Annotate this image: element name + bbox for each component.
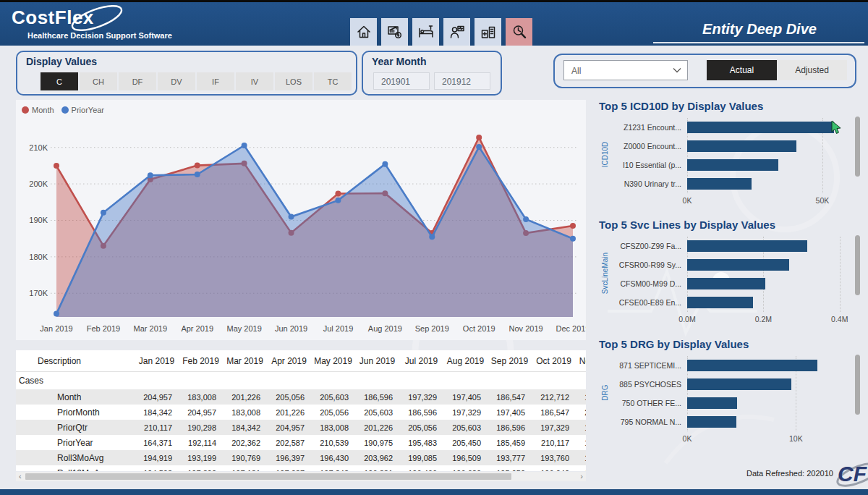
- deep-dive-search-icon[interactable]: [506, 18, 532, 46]
- top5-icd10d-chart: Z1231 Encount...Z0000 Encount...I10 Esse…: [595, 115, 862, 206]
- bar-4[interactable]: [687, 416, 736, 428]
- display-values-slicer: Display Values CCHDFDVIFIVLOSTC: [16, 51, 357, 96]
- display-value-button-if[interactable]: IF: [197, 72, 234, 90]
- bar-category-label: 750 OTHER FE...: [606, 397, 681, 409]
- home-icon[interactable]: [350, 18, 377, 46]
- scroll-right-arrow[interactable]: ›: [580, 472, 583, 481]
- page-title-underline: [653, 42, 864, 43]
- top5-drg-chart: 871 SEPTICEMI...885 PSYCHOSES750 OTHER F…: [595, 353, 862, 446]
- bar-category-label: 795 NORMAL N...: [606, 416, 681, 428]
- app-header: CostFlex Healthcare Decision Support Sof…: [0, 2, 868, 46]
- scenario-adjusted-button[interactable]: Adjusted: [777, 60, 847, 80]
- cell: 197,329: [399, 389, 443, 405]
- display-value-button-c[interactable]: C: [41, 72, 78, 90]
- display-value-button-ch[interactable]: CH: [80, 72, 117, 90]
- legend-item-month[interactable]: Month: [22, 106, 54, 114]
- cell: 183,008: [223, 405, 267, 420]
- mouse-cursor: [829, 120, 843, 136]
- top5-svclines-title: Top 5 Svc Lines by Display Values: [595, 219, 862, 231]
- svg-text:Oct 2019: Oct 2019: [463, 324, 495, 333]
- bar-category-label: N390 Urinary tr...: [606, 178, 681, 190]
- table-horizontal-scrollbar[interactable]: ‹ ›: [16, 472, 586, 481]
- bar-1[interactable]: [687, 122, 834, 133]
- cell: 212,712: [576, 405, 586, 420]
- inpatient-icon[interactable]: [412, 18, 439, 46]
- top5-drg-title: Top 5 DRG by Display Values: [595, 338, 862, 350]
- table-row-prioryear: PriorYear164,371192,114202,362202,587210…: [16, 435, 586, 450]
- cell: [576, 372, 586, 390]
- cell: 186,547: [488, 389, 532, 405]
- x-axis-tick: 0.4M: [831, 315, 848, 323]
- display-value-button-iv[interactable]: IV: [236, 72, 273, 90]
- year-month-slicer: Year Month 201901 201912: [362, 51, 502, 96]
- display-values-buttons: CCHDFDVIFIVLOSTC: [41, 72, 352, 90]
- scroll-left-arrow[interactable]: ‹: [19, 472, 22, 481]
- provider-review-icon[interactable]: [443, 18, 470, 46]
- card-vertical-scrollbar[interactable]: [855, 235, 860, 295]
- cell: 204,957: [135, 389, 179, 405]
- scrollbar-thumb[interactable]: [25, 473, 511, 480]
- entity-dropdown[interactable]: All: [563, 60, 688, 80]
- bar-3[interactable]: [687, 278, 765, 289]
- display-values-label: Display Values: [26, 56, 97, 67]
- cell: 212,712: [532, 389, 576, 405]
- cell: [488, 372, 532, 390]
- x-axis-tick: 0.2M: [755, 315, 772, 323]
- scenario-actual-button[interactable]: Actual: [707, 60, 777, 80]
- bar-2[interactable]: [687, 259, 789, 271]
- year-month-from-input[interactable]: 201901: [373, 72, 430, 90]
- cell: 199,085: [399, 450, 443, 465]
- svg-text:Feb 2019: Feb 2019: [87, 324, 120, 333]
- cell: 196,466: [399, 465, 443, 471]
- display-value-button-df[interactable]: DF: [119, 72, 156, 90]
- display-value-button-dv[interactable]: DV: [158, 72, 195, 90]
- cell: 203,962: [355, 450, 399, 465]
- legend-item-prioryear[interactable]: PriorYear: [61, 106, 104, 114]
- x-axis-tick: 0K: [683, 196, 692, 205]
- table-row-priorqtr: PriorQtr210,117190,298184,342204,957183,…: [16, 420, 586, 435]
- x-axis-tick: 10K: [789, 434, 803, 443]
- bar-axis-title: ICD10D: [601, 117, 609, 192]
- cell: 197,405: [488, 405, 532, 420]
- cell: 204,957: [267, 420, 311, 435]
- card-vertical-scrollbar[interactable]: [855, 355, 860, 415]
- bar-2[interactable]: [687, 140, 796, 152]
- cell: 201,226: [355, 420, 399, 435]
- svg-text:Mar 2019: Mar 2019: [134, 324, 167, 333]
- bar-1[interactable]: [687, 360, 817, 371]
- card-vertical-scrollbar[interactable]: [855, 117, 860, 177]
- cell: [532, 372, 576, 390]
- entity-dropdown-value: All: [571, 66, 581, 76]
- cell: 184,342: [223, 420, 267, 435]
- trend-chart-panel: MonthPriorYear 170K180K190K200K210KJan 2…: [16, 100, 586, 340]
- table-header-month: Oct 2019: [532, 350, 576, 372]
- cell: 195,950: [488, 465, 532, 471]
- cell: 205,056: [399, 420, 443, 435]
- cell: 197,890: [179, 465, 223, 471]
- svg-text:Dec 2019: Dec 2019: [556, 324, 586, 333]
- bar-1[interactable]: [687, 240, 807, 252]
- svg-text:200K: 200K: [29, 179, 48, 188]
- bar-category-label: I10 Essential (p...: [606, 159, 681, 171]
- display-value-button-los[interactable]: LOS: [275, 72, 312, 90]
- bar-2[interactable]: [687, 378, 791, 390]
- table-header-month: Jun 2019: [355, 350, 399, 372]
- facility-icon[interactable]: [475, 18, 501, 46]
- cost-analytics-icon[interactable]: [381, 18, 408, 46]
- bar-3[interactable]: [687, 159, 778, 171]
- bar-category-label: 885 PSYCHOSES: [606, 378, 681, 390]
- cell: 197,131: [223, 465, 267, 471]
- cases-trend-line-chart[interactable]: 170K180K190K200K210KJan 2019Feb 2019Mar …: [16, 120, 586, 340]
- top5-drg-card: Top 5 DRG by Display Values 871 SEPTICEM…: [595, 338, 862, 451]
- cell: 196,257: [576, 465, 586, 471]
- display-value-button-tc[interactable]: TC: [314, 72, 352, 90]
- cell: [135, 372, 179, 390]
- bar-3[interactable]: [687, 397, 737, 409]
- bar-4[interactable]: [687, 297, 753, 308]
- cell: 197,329: [443, 405, 488, 420]
- year-month-to-input[interactable]: 201912: [434, 72, 490, 90]
- table-header-month: Feb 2019: [179, 350, 223, 372]
- x-axis-tick: 0.0M: [678, 315, 695, 323]
- cell: 201,226: [267, 405, 311, 420]
- bar-4[interactable]: [687, 178, 752, 190]
